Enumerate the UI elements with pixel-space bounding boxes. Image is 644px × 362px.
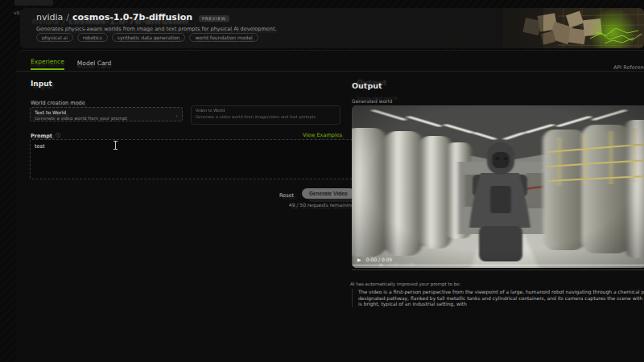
reset-button[interactable]: Reset [279, 192, 294, 199]
generate-video-button[interactable]: Generate Video [302, 188, 355, 199]
main-panel: Experience Model Card API Reference Inpu… [16, 50, 644, 362]
tag-synthetic-data-generation[interactable]: synthetic data generation [112, 33, 186, 42]
prompt-input[interactable]: test [30, 139, 353, 179]
video-progress-bar[interactable] [352, 265, 644, 265]
cosmos-hero-art [447, 8, 644, 48]
video-progress-ghost [352, 269, 644, 270]
video-time: 0:00 / 0:05 [366, 257, 393, 262]
prompt-label: Prompt [31, 133, 52, 139]
quota-remaining-label: 49 / 50 requests remaining [266, 202, 354, 208]
publisher-name[interactable]: nvidia [36, 12, 63, 23]
ghost-option-value: Video to World [196, 108, 336, 113]
top-left-badge [14, 0, 53, 6]
video-controls: ▶ 0:00 / 0:05 [357, 257, 392, 262]
generated-video-player[interactable]: ▶ 0:00 / 0:05 [352, 105, 644, 268]
mode-option-ghost: Video to World Generate a video world fr… [191, 105, 341, 125]
improved-prompt-label: AI has automatically improved your promp… [350, 282, 460, 286]
input-section-title: Input [31, 80, 52, 88]
model-description: Generates physics-aware worlds from imag… [36, 26, 277, 32]
tag-robotics[interactable]: robotics [77, 33, 108, 42]
world-creation-mode-label: World creation mode [31, 100, 85, 106]
generated-world-label: Generated world [352, 98, 392, 104]
view-examples-link[interactable]: View Examples [303, 132, 342, 138]
output-section-title: Output [352, 81, 382, 90]
tag-physical-ai[interactable]: physical ai [36, 33, 73, 42]
improved-prompt-text: The video is a first-person perspective … [352, 289, 644, 307]
info-icon[interactable]: ⓘ [56, 132, 60, 139]
model-tags: physical ai robotics synthetic data gene… [36, 33, 258, 42]
model-name[interactable]: cosmos-1.0-7b-diffusion [72, 12, 192, 23]
tab-bar: Experience Model Card [31, 58, 111, 70]
chevron-down-icon: ⌄ [175, 112, 179, 117]
selected-mode-value: Text to World [35, 109, 178, 115]
selected-mode-description: Generate a video world from your prompt [35, 116, 178, 121]
prompt-label-row: Prompt ⓘ [31, 132, 60, 139]
tab-divider [16, 71, 644, 72]
text-cursor-icon [113, 141, 118, 150]
model-header-card: nvidia / cosmos-1.0-7b-diffusion PREVIEW… [20, 8, 644, 48]
video-frame-robot-plant [352, 105, 644, 268]
ghost-option-description: Generate a video world from image/video … [196, 114, 336, 119]
tag-world-foundation-model[interactable]: world foundation model [189, 33, 258, 42]
tab-experience[interactable]: Experience [31, 58, 64, 70]
api-reference-link[interactable]: API Reference [613, 64, 644, 71]
title-separator: / [66, 12, 69, 23]
world-creation-mode-select[interactable]: Text to World Generate a video world fro… [30, 107, 183, 121]
model-title: nvidia / cosmos-1.0-7b-diffusion PREVIEW [36, 12, 229, 23]
tab-model-card[interactable]: Model Card [77, 60, 111, 70]
preview-badge: PREVIEW [199, 15, 229, 22]
play-icon[interactable]: ▶ [357, 257, 361, 262]
